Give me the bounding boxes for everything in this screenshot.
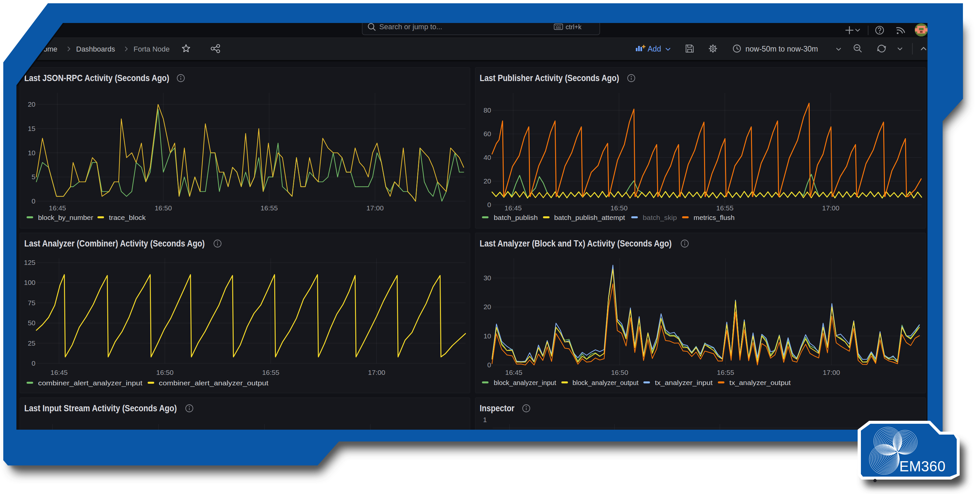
svg-text:EM360: EM360 (899, 458, 945, 475)
